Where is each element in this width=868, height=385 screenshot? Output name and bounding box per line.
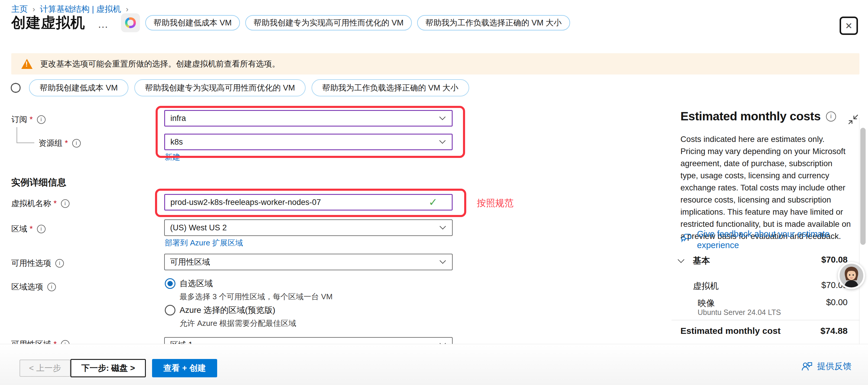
cost-row-subtext: Ubuntu Server 24.04 LTS [698,308,781,317]
feedback-link[interactable]: 提供反馈 [801,360,851,373]
info-icon[interactable]: i [37,225,45,233]
radio-azure-selected-zones[interactable]: Azure 选择的区域(预览版) [165,304,275,316]
page-title: 创建虚拟机 [11,13,85,33]
radio-description: 最多选择 3 个可用性区域，每个区域一台 VM [180,292,333,302]
resource-group-value: k8s [170,137,183,147]
warning-banner: 更改基本选项可能会重置所做的选择。创建虚拟机前查看所有选项。 [11,53,860,74]
instance-details-section-title: 实例详细信息 [11,176,66,189]
zone-options-label-text: 区域选项 [11,282,43,292]
required-mark: * [30,224,33,234]
radio-description: 允许 Azure 根据需要分配最佳区域 [180,318,296,328]
resource-group-dropdown[interactable]: k8s [164,134,453,150]
copilot-outline-icon [8,81,23,95]
copilot-suggestion-low-cost[interactable]: 帮助我创建低成本 VM [29,79,128,96]
resource-group-label-text: 资源组 [38,138,62,149]
edge-zone-link[interactable]: 部署到 Azure 扩展区域 [165,238,243,248]
required-mark: * [65,139,68,148]
info-icon[interactable]: i [47,283,56,291]
create-vm-page: 主页 › 计算基础结构 | 虚拟机 › 创建虚拟机 … [0,0,868,385]
vm-name-label-text: 虚拟机名称 [11,198,51,209]
create-new-link[interactable]: 新建 [165,152,180,162]
cost-row-value: $0.00 [826,297,847,307]
estimate-feedback-text: Give feedback about your estimate experi… [697,228,839,251]
scrollbar-thumb[interactable] [860,128,866,245]
chevron-down-icon [439,114,445,120]
radio-selected-icon [165,278,176,289]
copilot-button[interactable] [121,13,140,32]
cost-panel-title: Estimated monthly costs [680,109,821,123]
chevron-down-icon [440,258,446,264]
chevron-down-icon [439,137,445,144]
next-disks-button[interactable]: 下一步: 磁盘 > [70,359,146,377]
copilot-suggestion-high-availability-top[interactable]: 帮助我创建专为实现高可用性而优化的 VM [245,15,412,30]
info-icon[interactable]: i [61,199,69,208]
warning-text: 更改基本选项可能会重置所做的选择。创建虚拟机前查看所有选项。 [40,59,280,69]
tree-connector [17,142,34,143]
review-create-button[interactable]: 查看 + 创建 [152,359,217,377]
info-icon[interactable]: i [826,111,836,122]
tree-connector [17,127,17,143]
availability-options-label: 可用性选项 i [11,258,64,268]
resource-group-label: 资源组 * i [38,138,81,149]
radio-unselected-icon [165,305,176,316]
page-header: 创建虚拟机 … 帮助我创建低成本 VM [11,13,570,33]
zone-options-label: 区域选项 i [11,282,56,292]
radio-self-selected-zones[interactable]: 自选区域 [165,278,213,289]
chevron-down-icon [440,223,446,229]
info-icon[interactable]: i [55,259,64,267]
copilot-suggestion-low-cost-top[interactable]: 帮助我创建低成本 VM [145,15,240,30]
estimated-costs-panel: Estimated monthly costs i Costs indicate… [672,109,861,346]
info-icon[interactable]: i [72,139,81,148]
cost-disclaimer: Costs indicated here are estimates only.… [680,133,851,242]
feedback-person-icon [801,360,817,373]
copilot-suggestion-right-size[interactable]: 帮助我为工作负载选择正确的 VM 大小 [312,79,469,96]
required-mark: * [54,199,57,208]
copilot-suggestion-right-size-top[interactable]: 帮助我为工作负载选择正确的 VM 大小 [417,15,570,30]
previous-button: < 上一步 [20,360,70,377]
breadcrumb-separator: › [33,5,35,14]
availability-options-dropdown[interactable]: 可用性区域 [164,254,453,270]
cost-group-value: $70.08 [821,255,847,265]
radio-label: 自选区域 [180,278,213,289]
vm-name-label: 虚拟机名称 * i [11,198,69,209]
feedback-bubbles-icon [680,232,692,251]
cost-total-value: $74.88 [820,326,847,336]
subscription-label-text: 订阅 [11,114,27,125]
more-menu-button[interactable]: … [98,18,109,30]
cost-row-label: 虚拟机 [693,280,719,292]
region-dropdown[interactable]: (US) West US 2 [164,219,453,236]
collapse-icon[interactable] [847,114,859,127]
warning-icon [21,59,33,69]
required-mark: * [30,115,33,124]
subscription-dropdown[interactable]: infra [164,110,453,127]
region-label: 区域 * i [11,224,45,234]
cost-group-label: 基本 [693,255,710,267]
vm-name-value: prod-usw2-k8s-freeleaps-worker-nodes-07 [170,198,321,207]
close-icon: ✕ [845,21,852,31]
copilot-suggestion-high-availability[interactable]: 帮助我创建专为实现高可用性而优化的 VM [134,79,306,96]
copilot-icon [124,16,137,29]
feedback-link-text: 提供反馈 [817,360,851,372]
divider [672,320,860,320]
info-icon[interactable]: i [37,115,45,124]
region-value: (US) West US 2 [170,223,227,232]
cost-row-label: 映像 [698,297,715,309]
subscription-label: 订阅 * i [11,114,45,125]
chevron-down-icon[interactable] [678,256,685,263]
availability-options-value: 可用性区域 [170,257,210,267]
breadcrumb-separator: › [126,5,129,14]
cost-total-label: Estimated monthly cost [680,326,780,336]
region-label-text: 区域 [11,224,27,234]
estimate-feedback-link[interactable]: Give feedback about your estimate experi… [680,228,839,251]
availability-options-label-text: 可用性选项 [11,258,51,268]
subscription-value: infra [170,114,186,123]
copilot-suggestion-row: 帮助我创建低成本 VM 帮助我创建专为实现高可用性而优化的 VM 帮助我为工作负… [8,79,469,96]
avatar[interactable] [838,262,865,289]
checkmark-icon: ✓ [429,196,438,208]
vm-name-input[interactable]: prod-usw2-k8s-freeleaps-worker-nodes-07 … [164,194,453,211]
close-button[interactable]: ✕ [840,17,858,35]
radio-label: Azure 选择的区域(预览版) [180,304,275,316]
divider [859,118,860,344]
annotation-text: 按照规范 [477,197,514,210]
footer-bar: < 上一步 下一步: 磁盘 > 查看 + 创建 提供反馈 [0,344,868,385]
